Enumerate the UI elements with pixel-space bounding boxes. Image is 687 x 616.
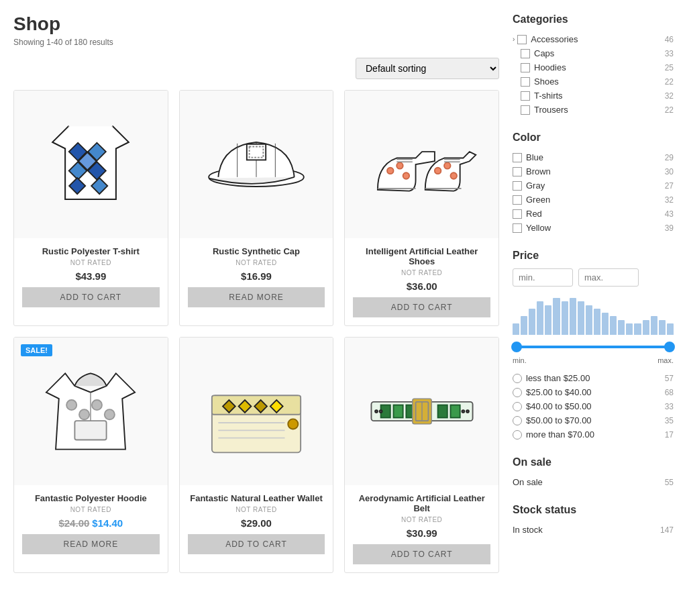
add-to-cart-button[interactable]: ADD TO CART [22,287,160,307]
color-name: Brown [526,166,665,176]
product-card: Rustic Polyester T-shirt NOT RATED $43.9… [13,90,168,326]
color-checkbox[interactable] [513,153,522,162]
price-option-label: more than $70.00 [526,429,665,440]
category-list: › Accessories 46 Caps 33 Hoodies 25 Shoe… [513,32,674,117]
product-card: SALE! Fantastic Polyester Hoodie NOT RAT… [13,337,168,573]
category-checkbox[interactable] [517,35,527,44]
color-section: Color Blue 29 Brown 30 Gray 27 Green 32 … [513,132,674,235]
histogram-bar [578,301,584,335]
add-to-cart-button[interactable]: ADD TO CART [353,297,490,317]
price-options: less than $25.00 57 $25.00 to $40.00 68 … [513,371,674,442]
histogram-bar [586,305,592,335]
sort-select[interactable]: Default sorting Sort by popularity Sort … [356,58,499,79]
product-name: Intelligent Artificial Leather Shoes [353,246,490,266]
category-item[interactable]: Caps 33 [513,46,674,60]
add-to-cart-button[interactable]: ADD TO CART [353,544,490,564]
color-checkbox[interactable] [513,209,522,219]
histogram-bar [634,323,641,335]
add-to-cart-button[interactable]: READ MORE [22,534,160,554]
price-option-item[interactable]: less than $25.00 57 [513,371,674,385]
product-card: Intelligent Artificial Leather Shoes NOT… [344,90,499,326]
product-name: Aerodynamic Artificial Leather Belt [353,493,490,513]
product-rating: NOT RATED [188,506,325,513]
price-option-radio[interactable] [513,430,522,440]
range-max-label: max. [657,356,674,364]
color-checkbox[interactable] [513,195,522,205]
color-item[interactable]: Blue 29 [513,150,674,164]
range-handle-right[interactable] [664,342,675,352]
color-checkbox[interactable] [513,223,522,233]
price-option-label: $50.00 to $70.00 [526,415,665,425]
product-card: Aerodynamic Artificial Leather Belt NOT … [344,337,499,573]
product-price: $36.00 [353,280,490,292]
product-price: $43.99 [22,270,160,282]
product-name: Rustic Polyester T-shirt [22,246,160,256]
add-to-cart-button[interactable]: READ MORE [188,287,325,307]
price-max-input[interactable] [578,268,639,287]
category-count: 22 [665,105,674,115]
product-card: Fantastic Natural Leather Wallet NOT RAT… [179,337,334,573]
color-item[interactable]: Gray 27 [513,178,674,193]
color-name: Green [526,195,665,205]
on-sale-item[interactable]: On sale 55 [513,475,674,489]
products-grid: Rustic Polyester T-shirt NOT RATED $43.9… [13,90,499,573]
product-rating: NOT RATED [353,516,490,523]
category-checkbox[interactable] [521,91,530,101]
product-image [14,91,168,238]
product-rating: NOT RATED [188,259,325,266]
histogram-bar [659,320,666,335]
price-inputs [513,268,674,287]
stock-title: Stock status [513,504,674,516]
category-name: Caps [534,48,665,58]
price-option-item[interactable]: $50.00 to $70.00 35 [513,413,674,427]
price-option-item[interactable]: $40.00 to $50.00 33 [513,399,674,413]
range-handle-left[interactable] [511,342,522,352]
color-item[interactable]: Red 43 [513,207,674,221]
price-option-radio[interactable] [513,416,522,425]
color-checkbox[interactable] [513,181,522,191]
product-price: $16.99 [188,270,325,282]
stock-count: 147 [660,525,674,535]
product-name: Rustic Synthetic Cap [188,246,325,256]
price-sale: $14.40 [92,517,123,529]
category-checkbox[interactable] [521,105,530,115]
price-title: Price [513,250,674,262]
page-title: Shop [13,13,499,35]
category-checkbox[interactable] [521,49,530,58]
price-min-input[interactable] [513,268,573,287]
category-item[interactable]: Shoes 22 [513,74,674,89]
category-item[interactable]: Trousers 22 [513,103,674,117]
product-name: Fantastic Polyester Hoodie [22,493,160,503]
price-option-radio[interactable] [513,374,522,383]
color-checkbox[interactable] [513,167,522,176]
price-option-radio[interactable] [513,402,522,411]
price-section: Price min. max. less than $25.00 57 $25.… [513,250,674,442]
category-checkbox[interactable] [521,63,530,72]
category-count: 32 [665,91,674,101]
histogram-bar [562,301,568,335]
color-item[interactable]: Yellow 39 [513,221,674,235]
product-image [345,91,498,238]
price-option-item[interactable]: more than $70.00 17 [513,427,674,442]
price-option-item[interactable]: $25.00 to $40.00 68 [513,385,674,399]
add-to-cart-button[interactable]: ADD TO CART [188,534,325,554]
product-info: Intelligent Artificial Leather Shoes NOT… [345,238,498,325]
product-info: Fantastic Polyester Hoodie NOT RATED $24… [14,485,168,562]
color-item[interactable]: Brown 30 [513,164,674,178]
category-item[interactable]: Hoodies 25 [513,60,674,74]
price-histogram [513,295,674,335]
price-option-radio[interactable] [513,388,522,397]
price-option-count: 68 [665,388,674,397]
sale-badge: SALE! [21,344,52,356]
histogram-bar [667,323,674,335]
category-item[interactable]: › Accessories 46 [513,32,674,46]
category-checkbox[interactable] [521,77,530,87]
stock-label: In stock [513,525,660,535]
histogram-bar [529,309,535,335]
stock-item[interactable]: In stock 147 [513,523,674,537]
color-count: 30 [665,167,674,176]
color-item[interactable]: Green 32 [513,193,674,207]
product-info: Rustic Polyester T-shirt NOT RATED $43.9… [14,238,168,315]
on-sale-count: 55 [665,478,674,487]
category-item[interactable]: T-shirts 32 [513,89,674,103]
